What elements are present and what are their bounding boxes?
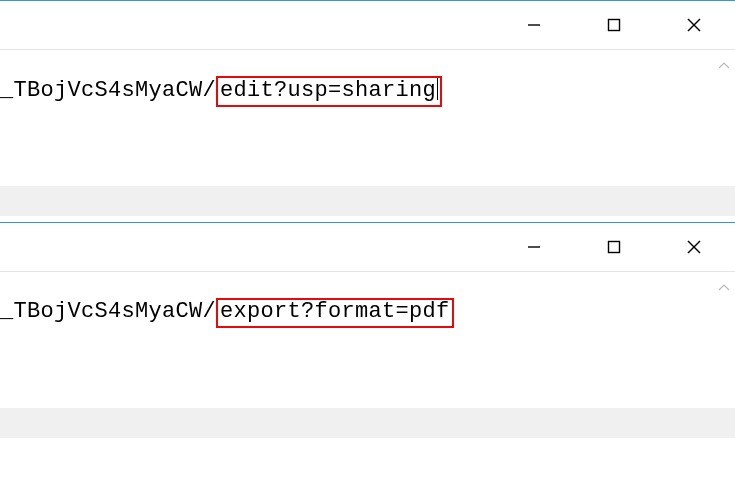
window-bottom: _TBojVcS4sMyaCW/export?format=pdf: [0, 222, 735, 438]
url-row: _TBojVcS4sMyaCW/edit?usp=sharing: [0, 50, 735, 146]
minimize-icon: [527, 18, 541, 32]
titlebar: [0, 1, 735, 49]
url-highlight: export?format=pdf: [216, 298, 454, 328]
content-area: _TBojVcS4sMyaCW/export?format=pdf: [0, 272, 735, 438]
window-top: _TBojVcS4sMyaCW/edit?usp=sharing: [0, 0, 735, 216]
titlebar: [0, 223, 735, 271]
scroll-up-arrow[interactable]: [716, 58, 732, 74]
maximize-button[interactable]: [591, 9, 637, 41]
url-prefix: _TBojVcS4sMyaCW/: [0, 78, 216, 103]
svg-rect-5: [609, 242, 620, 253]
url-text[interactable]: _TBojVcS4sMyaCW/export?format=pdf: [0, 299, 454, 324]
url-text[interactable]: _TBojVcS4sMyaCW/edit?usp=sharing: [0, 78, 442, 103]
close-button[interactable]: [671, 231, 717, 263]
url-highlight-text: edit?usp=sharing: [220, 78, 436, 103]
toolbar-strip: [0, 186, 735, 216]
scroll-up-arrow[interactable]: [716, 280, 732, 296]
maximize-button[interactable]: [591, 231, 637, 263]
close-icon: [686, 239, 702, 255]
close-button[interactable]: [671, 9, 717, 41]
url-highlight-text: export?format=pdf: [220, 299, 450, 324]
url-prefix: _TBojVcS4sMyaCW/: [0, 299, 216, 324]
svg-rect-1: [609, 20, 620, 31]
minimize-button[interactable]: [511, 231, 557, 263]
maximize-icon: [607, 18, 621, 32]
url-highlight: edit?usp=sharing: [216, 76, 442, 107]
minimize-icon: [527, 240, 541, 254]
close-icon: [686, 17, 702, 33]
text-caret: [437, 78, 438, 100]
url-row: _TBojVcS4sMyaCW/export?format=pdf: [0, 272, 735, 368]
toolbar-strip: [0, 408, 735, 438]
minimize-button[interactable]: [511, 9, 557, 41]
maximize-icon: [607, 240, 621, 254]
content-area: _TBojVcS4sMyaCW/edit?usp=sharing: [0, 50, 735, 216]
